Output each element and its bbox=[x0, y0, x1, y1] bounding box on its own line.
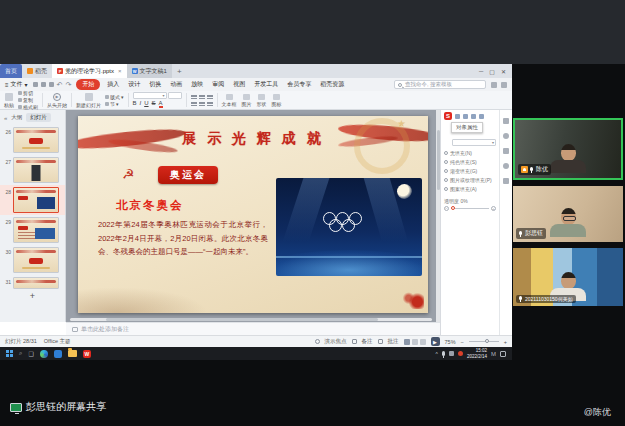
menu-insert[interactable]: 插入 bbox=[105, 79, 121, 90]
underline-button[interactable]: U bbox=[144, 100, 148, 106]
font-size-select[interactable] bbox=[168, 92, 182, 99]
cloud-sync-icon[interactable] bbox=[491, 82, 497, 88]
participant-video-1[interactable]: 陈优 bbox=[513, 118, 623, 180]
icon-lib-button[interactable]: 图标 bbox=[272, 94, 282, 107]
transparency-minus-button[interactable]: − bbox=[444, 206, 449, 211]
slide-thumb-31[interactable]: 31 bbox=[0, 275, 65, 291]
menu-animation[interactable]: 动画 bbox=[168, 79, 184, 90]
line-spacing-icon[interactable] bbox=[207, 101, 213, 107]
notes-toggle-button[interactable]: 备注 bbox=[362, 338, 373, 345]
fill-option-solid[interactable]: 纯色填充(S) bbox=[444, 159, 496, 165]
file-explorer-icon[interactable] bbox=[68, 350, 77, 357]
slide-28[interactable]: 展 示 光 辉 成 就 ☭ 奥运会 北京冬奥会 2022年第24届冬季奥林匹克运… bbox=[78, 116, 428, 313]
bullet-list-icon[interactable] bbox=[191, 94, 197, 100]
transparency-plus-button[interactable]: + bbox=[491, 206, 496, 211]
zoom-in-button[interactable]: + bbox=[504, 339, 507, 345]
fill-option-pattern[interactable]: 图案填充(A) bbox=[444, 186, 496, 192]
font-color-button[interactable]: A bbox=[159, 100, 163, 108]
panel-collapse-icon[interactable]: « bbox=[4, 115, 7, 121]
menu-home[interactable]: 开始 bbox=[76, 79, 100, 90]
rail-properties-icon[interactable] bbox=[503, 118, 509, 124]
rail-file-icon[interactable] bbox=[503, 148, 509, 154]
zoom-out-button[interactable]: − bbox=[461, 339, 464, 345]
tab-slides[interactable]: 幻灯片 bbox=[26, 113, 51, 122]
taskbar-search-icon[interactable]: ⌕ bbox=[19, 350, 22, 357]
layout-button[interactable]: 版式▾ bbox=[105, 94, 124, 100]
output-icon[interactable] bbox=[41, 82, 46, 87]
tab-outline[interactable]: 大纲 bbox=[11, 114, 22, 121]
participant-video-3[interactable]: 202111030150何美如 bbox=[513, 248, 623, 306]
new-slide-button[interactable]: 新建幻灯片 bbox=[76, 93, 101, 108]
window-maximize-button[interactable]: ▢ bbox=[489, 68, 495, 75]
rail-more-icon[interactable] bbox=[503, 178, 509, 184]
fill-option-gradient[interactable]: 渐变填充(G) bbox=[444, 168, 496, 174]
panel-icon-2[interactable] bbox=[463, 114, 468, 119]
participant-video-2[interactable]: 彭思钰 bbox=[513, 186, 623, 242]
menu-devtools[interactable]: 开发工具 bbox=[252, 79, 280, 90]
panel-icon-1[interactable] bbox=[455, 114, 460, 119]
add-slide-button[interactable]: + bbox=[0, 291, 65, 301]
play-slideshow-button[interactable]: ▶ bbox=[431, 337, 440, 346]
wps-assistant-logo[interactable]: S bbox=[444, 112, 452, 120]
align-left-icon[interactable] bbox=[207, 94, 213, 100]
wps-taskbar-icon[interactable]: W bbox=[83, 350, 91, 358]
tab-home[interactable]: 首页 bbox=[0, 64, 22, 78]
redo-icon[interactable]: ↷ bbox=[65, 81, 71, 88]
start-button[interactable] bbox=[6, 350, 13, 357]
input-method-icon[interactable]: M bbox=[491, 351, 496, 357]
menu-review[interactable]: 审阅 bbox=[210, 79, 226, 90]
picture-button[interactable]: 图片 bbox=[242, 94, 252, 107]
font-family-select[interactable] bbox=[133, 92, 167, 99]
view-switcher[interactable] bbox=[404, 339, 426, 345]
menu-docer-res[interactable]: 稻壳资源 bbox=[318, 79, 346, 90]
menu-transition[interactable]: 切换 bbox=[147, 79, 163, 90]
command-search-box[interactable]: 查找命令, 搜索模板 bbox=[394, 80, 486, 89]
menu-design[interactable]: 设计 bbox=[126, 79, 142, 90]
fill-option-none[interactable]: 无填充(N) bbox=[444, 150, 496, 156]
save-icon[interactable] bbox=[33, 82, 38, 87]
task-view-icon[interactable]: ❑ bbox=[28, 350, 33, 357]
tab-document-active[interactable]: P 党的理论学习.pptx × bbox=[52, 64, 127, 78]
align-center-icon[interactable] bbox=[191, 101, 197, 107]
window-minimize-button[interactable]: ─ bbox=[479, 68, 483, 74]
tray-mic-icon[interactable] bbox=[442, 351, 445, 356]
taskbar-clock[interactable]: 15:02 2022/2/14 bbox=[467, 348, 487, 360]
notes-bar[interactable]: 单击此处添加备注 bbox=[66, 322, 440, 335]
zoom-slider[interactable] bbox=[469, 341, 499, 342]
tab-document-2[interactable]: W 文字文稿1 bbox=[127, 64, 172, 78]
tray-app-icon[interactable] bbox=[449, 351, 454, 356]
tray-expand-icon[interactable]: ^ bbox=[436, 351, 438, 357]
panel-icon-3[interactable] bbox=[471, 114, 476, 119]
fill-option-picture[interactable]: 图片或纹理填充(P) bbox=[444, 177, 496, 183]
menu-member[interactable]: 会员专享 bbox=[285, 79, 313, 90]
rail-animation-icon[interactable] bbox=[503, 133, 509, 139]
print-icon[interactable] bbox=[49, 82, 54, 87]
section-button[interactable]: 节▾ bbox=[105, 101, 124, 107]
bold-button[interactable]: B bbox=[133, 100, 137, 106]
play-from-start-button[interactable]: ▶ 从头开始 bbox=[47, 93, 67, 108]
italic-button[interactable]: I bbox=[140, 100, 142, 106]
tab-docer[interactable]: 稻壳 bbox=[22, 64, 52, 78]
slide-thumb-26[interactable]: 26 bbox=[0, 125, 65, 155]
tab-close-icon[interactable]: × bbox=[118, 68, 122, 74]
paste-button[interactable]: 粘贴 bbox=[4, 93, 14, 108]
horizontal-scrollbar[interactable] bbox=[70, 318, 432, 321]
panel-icon-4[interactable] bbox=[479, 114, 484, 119]
textbox-button[interactable]: 文本框 bbox=[222, 94, 237, 107]
transparency-slider[interactable] bbox=[451, 208, 489, 209]
number-list-icon[interactable] bbox=[199, 94, 205, 100]
fill-style-select[interactable] bbox=[452, 139, 496, 146]
align-right-icon[interactable] bbox=[199, 101, 205, 107]
rail-help-icon[interactable] bbox=[503, 163, 509, 169]
notify-icon[interactable] bbox=[501, 82, 507, 88]
comments-toggle-button[interactable]: 批注 bbox=[388, 338, 399, 345]
presentation-focus-button[interactable]: 演示焦点 bbox=[325, 338, 347, 345]
shape-button[interactable]: 形状 bbox=[257, 94, 267, 107]
new-tab-button[interactable]: + bbox=[172, 64, 187, 78]
file-menu[interactable]: ≡文件▾ bbox=[5, 80, 28, 89]
edge-icon[interactable] bbox=[40, 350, 48, 358]
slide-thumb-27[interactable]: 27 bbox=[0, 155, 65, 185]
window-close-button[interactable]: ✕ bbox=[501, 68, 506, 75]
undo-icon[interactable]: ↶ bbox=[57, 81, 63, 88]
pinned-app-icon[interactable] bbox=[54, 350, 62, 358]
